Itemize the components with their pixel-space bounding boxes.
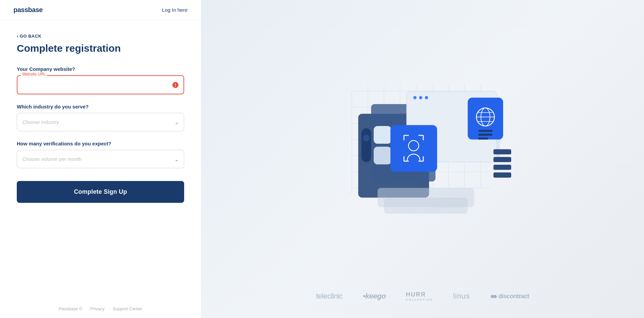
company-website-label: Your Company website? [17, 66, 184, 72]
svg-rect-27 [362, 128, 371, 162]
partner-hurr: HURRCOLLECTIVE [406, 291, 433, 301]
top-nav: passbase Log In here [0, 0, 201, 20]
partner-linus: linus [453, 292, 470, 301]
partner-logos: teleclinic •keego HURRCOLLECTIVE linus d… [316, 291, 529, 305]
svg-rect-51 [493, 172, 511, 177]
logo: passbase [13, 6, 43, 14]
volume-select-wrapper: Choose volume per month 0 – 100 100 – 50… [17, 150, 184, 168]
complete-signup-button[interactable]: Complete Sign Up [17, 181, 184, 203]
svg-point-28 [363, 135, 369, 141]
illustration-area [221, 13, 624, 291]
svg-text:!: ! [175, 83, 176, 88]
partner-teleclinic: teleclinic [316, 292, 342, 301]
website-input-wrapper: Website URL ! [17, 75, 184, 94]
partner-discontract: discontract [490, 293, 529, 300]
left-panel: passbase Log In here ‹ GO BACK Complete … [0, 0, 201, 318]
page-title: Complete registration [17, 43, 184, 54]
svg-rect-46 [478, 134, 492, 136]
right-panel: teleclinic •keego HURRCOLLECTIVE linus d… [201, 0, 644, 318]
svg-point-55 [493, 295, 497, 298]
svg-rect-48 [493, 149, 511, 154]
svg-rect-25 [374, 126, 391, 144]
industry-section: Which industry do you serve? Choose indu… [17, 104, 184, 131]
go-back-button[interactable]: ‹ GO BACK [17, 34, 184, 39]
svg-rect-29 [390, 125, 437, 172]
verifications-section: How many verifications do you expect? Ch… [17, 141, 184, 168]
svg-rect-49 [493, 157, 511, 162]
partner-keego: •keego [363, 292, 386, 301]
footer: Passbase © Privacy Support Center [0, 300, 201, 318]
svg-rect-26 [374, 146, 391, 164]
svg-point-22 [413, 96, 417, 99]
svg-rect-45 [478, 130, 492, 132]
login-link[interactable]: Log In here [162, 7, 187, 13]
svg-rect-50 [493, 165, 511, 170]
industry-label: Which industry do you serve? [17, 104, 184, 109]
hero-illustration [325, 72, 520, 233]
website-url-input[interactable] [17, 75, 184, 94]
svg-rect-53 [384, 197, 468, 214]
svg-rect-47 [478, 137, 488, 139]
form-container: ‹ GO BACK Complete registration Your Com… [0, 20, 201, 300]
go-back-label: GO BACK [20, 34, 42, 39]
footer-support[interactable]: Support Center [113, 306, 142, 311]
footer-privacy[interactable]: Privacy [90, 306, 105, 311]
footer-passbase[interactable]: Passbase © [59, 306, 82, 311]
website-url-floating-label: Website URL [21, 72, 47, 77]
company-website-section: Your Company website? Website URL ! [17, 66, 184, 94]
volume-select[interactable]: Choose volume per month 0 – 100 100 – 50… [17, 150, 184, 168]
svg-point-24 [425, 96, 428, 99]
svg-point-23 [419, 96, 422, 99]
industry-select[interactable]: Choose industry Fintech Healthcare E-Com… [17, 113, 184, 131]
verifications-label: How many verifications do you expect? [17, 141, 184, 146]
error-icon: ! [172, 82, 179, 88]
chevron-left-icon: ‹ [17, 34, 18, 39]
industry-select-wrapper: Choose industry Fintech Healthcare E-Com… [17, 113, 184, 131]
svg-rect-39 [468, 97, 503, 139]
